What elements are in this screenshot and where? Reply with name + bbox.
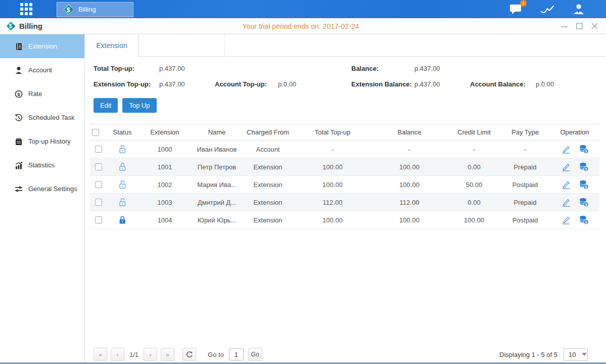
operation-cell: $ xyxy=(550,194,599,211)
goto-page-input[interactable] xyxy=(229,348,244,360)
bar-chart-icon xyxy=(14,161,23,170)
tab-strip-spacer xyxy=(139,34,225,57)
billing-window-icon: $ xyxy=(6,21,16,31)
billing-app-icon: $ xyxy=(63,4,74,15)
close-icon[interactable] xyxy=(591,23,598,30)
extension-balance-value: p.437.00 xyxy=(414,80,440,88)
sidebar-item-account[interactable]: Account xyxy=(0,58,84,82)
extension-cell: 1004 xyxy=(137,211,192,229)
page-size-select[interactable]: 10 xyxy=(564,348,588,361)
charged-from-cell: Extension xyxy=(242,176,294,194)
apps-grid-glyph xyxy=(20,3,33,16)
balance-cell: 100.00 xyxy=(371,158,448,176)
status-cell xyxy=(107,158,137,176)
topup-coins-icon[interactable]: $ xyxy=(579,197,589,207)
apps-grid-icon[interactable] xyxy=(18,3,34,16)
sidebar-item-rate[interactable]: $ Rate xyxy=(0,82,84,106)
topbar: $ Billing ! xyxy=(0,0,606,18)
column-header: Charged From xyxy=(242,124,294,141)
pay-type-cell: Postpaid xyxy=(500,176,550,194)
sidebar-item-general-settings[interactable]: General Settings xyxy=(0,177,84,201)
extension-cell: 1002 xyxy=(137,176,192,194)
edit-pencil-icon[interactable] xyxy=(561,197,571,207)
last-page-button[interactable]: » xyxy=(161,348,174,361)
select-all-checkbox[interactable] xyxy=(92,129,99,136)
column-header: Status xyxy=(107,124,137,141)
taskbar-billing-tab[interactable]: $ Billing xyxy=(57,2,133,17)
total-topup-label: Total Top-up: xyxy=(94,65,134,72)
tab-strip: Extension xyxy=(85,34,606,57)
row-checkbox[interactable] xyxy=(95,199,102,206)
notebook-icon xyxy=(14,137,23,146)
row-checkbox[interactable] xyxy=(95,146,102,153)
lock-open-icon[interactable] xyxy=(118,162,127,171)
go-button[interactable]: Go xyxy=(248,348,262,361)
sidebar-label: Rate xyxy=(28,90,42,98)
credit-limit-cell: - xyxy=(448,141,500,158)
minimize-icon[interactable] xyxy=(561,23,568,30)
sidebar-item-topup-history[interactable]: Top-up History xyxy=(0,129,84,153)
credit-limit-cell: 50.00 xyxy=(448,176,500,194)
extension-topup-label: Extension Top-up: xyxy=(94,80,151,88)
charged-from-cell: Extension xyxy=(242,158,294,176)
billing-summary: Total Top-up: p.437.00 Balance: p.437.00… xyxy=(85,57,606,97)
first-page-button[interactable]: « xyxy=(94,348,107,361)
edit-pencil-icon[interactable] xyxy=(561,144,571,154)
column-header: Pay Type xyxy=(500,124,550,141)
pay-type-cell: - xyxy=(500,141,550,158)
trial-notice: Your trial period ends on: 2017-02-24 xyxy=(243,18,359,34)
row-checkbox[interactable] xyxy=(95,163,102,170)
table-row: 1004Юрий Юрь...Extension100.00100.00100.… xyxy=(90,211,599,229)
row-checkbox[interactable] xyxy=(95,181,102,188)
header-checkbox-cell xyxy=(90,124,107,141)
edit-pencil-icon[interactable] xyxy=(561,162,571,172)
edit-button[interactable]: Edit xyxy=(94,98,118,113)
sidebar-item-statistics[interactable]: Statistics xyxy=(0,153,84,177)
table-row: 1003Дмитрий Д...Extension112.00112.000.0… xyxy=(90,194,599,211)
refresh-icon[interactable] xyxy=(182,348,196,361)
sidebar-label: Top-up History xyxy=(28,138,71,145)
lock-closed-icon[interactable] xyxy=(118,215,127,224)
edit-pencil-icon[interactable] xyxy=(561,215,571,225)
sliders-icon xyxy=(14,185,23,194)
topup-coins-icon[interactable]: $ xyxy=(579,215,589,225)
sidebar-item-extension[interactable]: Extension xyxy=(0,34,84,58)
topup-coins-icon[interactable]: $ xyxy=(579,144,589,154)
tab-extension[interactable]: Extension xyxy=(85,34,139,57)
account-balance-label: Account Balance: xyxy=(470,80,526,88)
ledger-icon xyxy=(14,42,23,51)
maximize-icon[interactable] xyxy=(576,23,583,30)
sidebar-label: General Settings xyxy=(28,185,77,193)
name-cell: Петр Петров xyxy=(192,158,242,176)
total-topup-cell: 100.00 xyxy=(294,158,371,176)
total-topup-cell: 100.00 xyxy=(294,176,371,194)
status-cell xyxy=(107,194,137,211)
row-checkbox[interactable] xyxy=(95,216,102,223)
prev-page-button[interactable]: ‹ xyxy=(111,348,124,361)
next-page-button[interactable]: › xyxy=(144,348,157,361)
operation-cell: $ xyxy=(550,141,599,158)
messages-icon[interactable]: ! xyxy=(509,3,523,15)
lock-open-icon[interactable] xyxy=(118,145,127,154)
sidebar-item-scheduled-task[interactable]: Scheduled Task xyxy=(0,106,84,129)
user-icon xyxy=(14,66,23,75)
topup-coins-icon[interactable]: $ xyxy=(579,179,589,190)
tab-label: Extension xyxy=(96,41,127,50)
balance-value: p.437.00 xyxy=(414,65,440,72)
monitor-icon[interactable] xyxy=(540,3,554,15)
lock-open-icon[interactable] xyxy=(118,198,127,207)
checkbox-cell xyxy=(90,211,107,229)
extension-table: StatusExtensionNameCharged FromTotal Top… xyxy=(90,124,599,229)
user-account-icon[interactable] xyxy=(572,3,586,15)
top-up-button[interactable]: Top Up xyxy=(122,98,156,113)
edit-pencil-icon[interactable] xyxy=(561,179,571,190)
checkbox-cell xyxy=(90,194,107,211)
lock-open-icon[interactable] xyxy=(118,180,127,189)
checkbox-cell xyxy=(90,141,107,158)
sidebar-label: Extension xyxy=(28,42,57,50)
dollar-circle-icon: $ xyxy=(14,89,23,99)
goto-label: Go to xyxy=(208,351,224,358)
table-row: 1000Иван ИвановAccount----$ xyxy=(90,141,599,158)
name-cell: Дмитрий Д... xyxy=(192,194,242,211)
topup-coins-icon[interactable]: $ xyxy=(579,162,589,172)
